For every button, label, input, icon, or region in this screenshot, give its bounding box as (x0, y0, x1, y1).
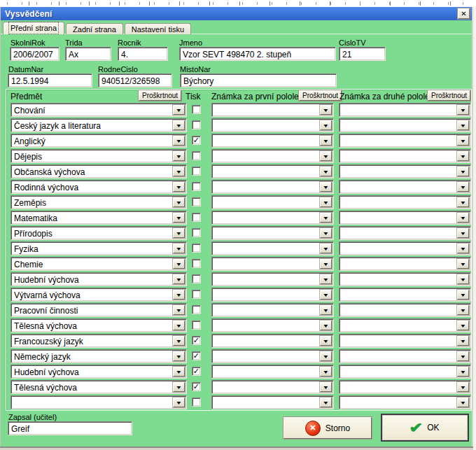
subject-dropdown[interactable]: Fyzika ▼ (10, 241, 187, 255)
subject-dropdown[interactable]: Výtvarná výchova ▼ (10, 288, 187, 302)
tisk-checkbox[interactable] (192, 228, 201, 237)
tisk-checkbox[interactable]: ✓ (192, 351, 201, 360)
znamka1-dropdown[interactable]: ▼ (211, 334, 334, 348)
dropdown-arrow-button[interactable]: ▼ (173, 382, 185, 392)
close-button[interactable]: ✕ (458, 8, 470, 19)
dropdown-arrow-button[interactable]: ▼ (173, 197, 185, 207)
znamka1-dropdown[interactable]: ▼ (211, 241, 334, 255)
znamka2-dropdown[interactable]: ▼ (339, 395, 471, 409)
subject-dropdown[interactable]: Chemie ▼ (10, 257, 187, 271)
znamka2-dropdown[interactable]: ▼ (339, 349, 471, 363)
tisk-checkbox[interactable] (192, 398, 201, 407)
tisk-checkbox[interactable]: ✓ (192, 367, 201, 376)
znamka2-dropdown[interactable]: ▼ (339, 288, 471, 302)
skolnirok-field[interactable]: 2006/2007 (10, 47, 59, 61)
jmeno-field[interactable]: Vzor SEVT 498470 2. stupeň (179, 47, 336, 61)
subject-dropdown[interactable]: ▼ (10, 395, 187, 409)
dropdown-arrow-button[interactable]: ▼ (320, 274, 332, 284)
dropdown-arrow-button[interactable]: ▼ (173, 167, 185, 176)
dropdown-arrow-button[interactable]: ▼ (173, 351, 185, 361)
dropdown-arrow-button[interactable]: ▼ (173, 290, 185, 300)
dropdown-arrow-button[interactable]: ▼ (320, 105, 332, 115)
tisk-checkbox[interactable] (192, 290, 201, 299)
znamka1-dropdown[interactable]: ▼ (211, 349, 334, 363)
tab-zadni-strana[interactable]: Zadní strana (66, 23, 123, 34)
dropdown-arrow-button[interactable]: ▼ (457, 274, 469, 284)
dropdown-arrow-button[interactable]: ▼ (320, 151, 332, 161)
znamka2-dropdown[interactable]: ▼ (339, 195, 471, 209)
titlebar[interactable]: Vysvědčení ✕ (1, 7, 472, 20)
tab-nastaveni-tisku[interactable]: Nastavení tisku (125, 23, 191, 34)
znamka2-dropdown[interactable]: ▼ (339, 164, 471, 178)
znamka1-dropdown[interactable]: ▼ (211, 226, 334, 240)
tisk-checkbox[interactable] (192, 274, 201, 283)
znamka1-dropdown[interactable]: ▼ (211, 380, 334, 394)
dropdown-arrow-button[interactable]: ▼ (320, 167, 332, 176)
tisk-checkbox[interactable] (192, 182, 201, 191)
dropdown-arrow-button[interactable]: ▼ (173, 244, 185, 253)
dropdown-arrow-button[interactable]: ▼ (457, 290, 469, 300)
znamka1-dropdown[interactable]: ▼ (211, 118, 334, 132)
znamka1-dropdown[interactable]: ▼ (211, 395, 334, 409)
znamka2-dropdown[interactable]: ▼ (339, 103, 471, 117)
dropdown-arrow-button[interactable]: ▼ (457, 136, 469, 146)
znamka2-dropdown[interactable]: ▼ (339, 241, 471, 255)
znamka1-dropdown[interactable]: ▼ (211, 164, 334, 178)
dropdown-arrow-button[interactable]: ▼ (320, 120, 332, 130)
dropdown-arrow-button[interactable]: ▼ (173, 228, 185, 238)
subject-dropdown[interactable]: Anglický ▼ (10, 134, 187, 148)
znamka1-dropdown[interactable]: ▼ (211, 272, 334, 286)
proskrtnout-znamka2-button[interactable]: Proškrtnout (428, 90, 470, 101)
dropdown-arrow-button[interactable]: ▼ (173, 120, 185, 130)
dropdown-arrow-button[interactable]: ▼ (320, 213, 332, 223)
dropdown-arrow-button[interactable]: ▼ (173, 151, 185, 161)
dropdown-arrow-button[interactable]: ▼ (320, 290, 332, 300)
dropdown-arrow-button[interactable]: ▼ (320, 197, 332, 207)
dropdown-arrow-button[interactable]: ▼ (457, 151, 469, 161)
dropdown-arrow-button[interactable]: ▼ (173, 336, 185, 346)
znamka1-dropdown[interactable]: ▼ (211, 149, 334, 163)
dropdown-arrow-button[interactable]: ▼ (173, 367, 185, 377)
znamka2-dropdown[interactable]: ▼ (339, 318, 471, 332)
subject-dropdown[interactable]: Přírodopis ▼ (10, 226, 187, 240)
dropdown-arrow-button[interactable]: ▼ (457, 398, 469, 407)
subject-dropdown[interactable]: Hudební výchova ▼ (10, 365, 187, 379)
dropdown-arrow-button[interactable]: ▼ (320, 244, 332, 253)
znamka1-dropdown[interactable]: ▼ (211, 257, 334, 271)
dropdown-arrow-button[interactable]: ▼ (320, 367, 332, 377)
dropdown-arrow-button[interactable]: ▼ (457, 167, 469, 176)
tisk-checkbox[interactable] (192, 120, 201, 129)
subject-dropdown[interactable]: Hudební výchova ▼ (10, 272, 187, 286)
tisk-checkbox[interactable] (192, 105, 201, 114)
subject-dropdown[interactable]: Pracovní činnosti ▼ (10, 303, 187, 317)
subject-dropdown[interactable]: Rodinná výchova ▼ (10, 180, 187, 194)
tisk-checkbox[interactable] (192, 197, 201, 206)
tisk-checkbox[interactable] (192, 167, 201, 176)
dropdown-arrow-button[interactable]: ▼ (457, 105, 469, 115)
dropdown-arrow-button[interactable]: ▼ (320, 136, 332, 146)
dropdown-arrow-button[interactable]: ▼ (457, 321, 469, 330)
znamka2-dropdown[interactable]: ▼ (339, 211, 471, 225)
dropdown-arrow-button[interactable]: ▼ (457, 197, 469, 207)
subject-dropdown[interactable]: Tělesná výchova ▼ (10, 380, 187, 394)
dropdown-arrow-button[interactable]: ▼ (173, 259, 185, 269)
dropdown-arrow-button[interactable]: ▼ (457, 351, 469, 361)
rodnecislo-field[interactable]: 940512/326598 (98, 73, 172, 87)
znamka2-dropdown[interactable]: ▼ (339, 180, 471, 194)
dropdown-arrow-button[interactable]: ▼ (173, 182, 185, 192)
dropdown-arrow-button[interactable]: ▼ (457, 120, 469, 130)
rocnik-field[interactable]: 4. (118, 47, 168, 61)
dropdown-arrow-button[interactable]: ▼ (457, 228, 469, 238)
dropdown-arrow-button[interactable]: ▼ (320, 382, 332, 392)
subject-dropdown[interactable]: Matematika ▼ (10, 211, 187, 225)
dropdown-arrow-button[interactable]: ▼ (173, 321, 185, 330)
proskrtnout-predmet-button[interactable]: Proškrtnout (139, 90, 181, 101)
zapsal-field[interactable]: Greif (8, 421, 132, 435)
trida-field[interactable]: Ax (65, 47, 111, 61)
znamka2-dropdown[interactable]: ▼ (339, 303, 471, 317)
tisk-checkbox[interactable] (192, 244, 201, 253)
dropdown-arrow-button[interactable]: ▼ (457, 182, 469, 192)
cislotv-field[interactable]: 21 (339, 47, 386, 61)
dropdown-arrow-button[interactable]: ▼ (320, 182, 332, 192)
ok-button[interactable]: ✔ OK (382, 415, 468, 440)
